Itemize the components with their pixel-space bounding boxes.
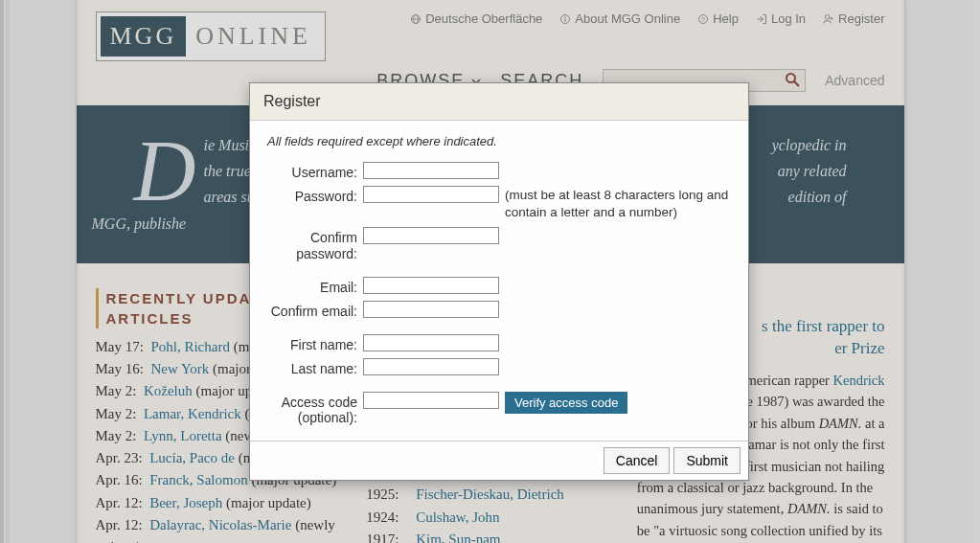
email-input[interactable] <box>363 277 499 294</box>
verify-access-code-button[interactable]: Verify access code <box>505 392 627 414</box>
confirm-email-label: Confirm email: <box>267 301 357 319</box>
password-input[interactable] <box>363 186 499 203</box>
last-name-label: Last name: <box>267 358 357 376</box>
modal-title: Register <box>250 83 748 121</box>
submit-button[interactable]: Submit <box>673 447 741 474</box>
first-name-label: First name: <box>267 334 357 352</box>
password-label: Password: <box>267 186 357 204</box>
register-modal: Register All fields required except wher… <box>249 82 749 481</box>
username-input[interactable] <box>363 162 499 179</box>
access-code-input[interactable] <box>363 392 499 409</box>
confirm-email-input[interactable] <box>363 301 499 318</box>
username-label: Username: <box>267 162 357 180</box>
password-hint: (must be at least 8 characters long and … <box>505 186 731 221</box>
last-name-input[interactable] <box>363 358 499 375</box>
form-note: All fields required except where indicat… <box>267 134 731 148</box>
email-label: Email: <box>267 277 357 295</box>
first-name-input[interactable] <box>363 334 499 351</box>
cancel-button[interactable]: Cancel <box>604 447 671 474</box>
confirm-password-label: Confirm password: <box>267 227 357 260</box>
access-code-label: Access code (optional): <box>267 392 357 425</box>
confirm-password-input[interactable] <box>363 227 499 244</box>
